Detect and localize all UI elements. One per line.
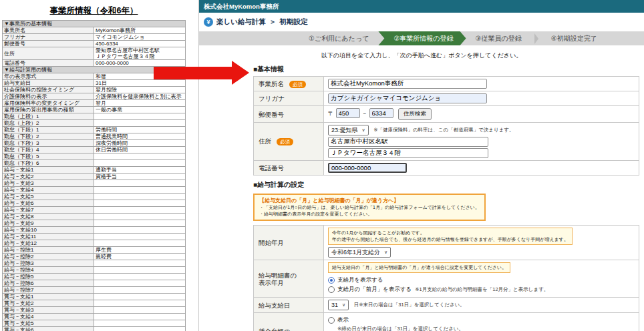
table-row: 賃金台帳の 賃金計算期間? 表示 ※締め日が末日の場合は「31日」を選択してくだ… <box>254 313 639 331</box>
form-content: ■基本情報 事業所名必須 フリガナ 郵便番号 〒 <box>253 65 639 331</box>
office-info-row-value <box>94 227 186 234</box>
table-row: 給与支給日 31∨ 日※末日の場合は「31日」を選択してください。 <box>254 298 639 313</box>
basic-info-table: 事業所名必須 フリガナ 郵便番号 〒 － 住所検索 <box>253 76 639 176</box>
table-row: 勤怠（上段）1 <box>3 113 186 120</box>
phone-input[interactable] <box>328 163 407 173</box>
breadcrumb-app-name[interactable]: 楽しい給与計算 <box>216 17 266 27</box>
table-row: 給与－控除2親睦費 <box>3 254 186 260</box>
step-4-complete[interactable]: ④初期設定完了 <box>542 31 607 45</box>
office-name-label-cell: 事業所名必須 <box>254 77 324 91</box>
table-row: フリガナマイコモンジムショ <box>3 34 186 41</box>
show-pay-month-radio[interactable] <box>328 277 335 284</box>
office-info-row-value: 450-6334 <box>94 41 186 47</box>
chevron-down-icon: ∨ <box>362 127 365 133</box>
office-info-row-label: 勤怠（上段）2 <box>3 120 94 127</box>
office-info-row-label: 給与－支給9 <box>3 220 94 227</box>
required-badge: 必須 <box>289 81 306 88</box>
office-info-panel: 事業所情報（令和6年） ▼事業所の基本情報事業所名MyKomon事務所フリガナマ… <box>0 0 198 331</box>
office-info-row-value <box>94 307 186 314</box>
page-title: 事業所情報（令和6年） <box>0 5 188 17</box>
office-info-row-label: 雇用保険料率の変更タイミング <box>3 100 94 107</box>
office-info-row-label: 勤怠（下段）2 <box>3 133 94 140</box>
office-info-row-value <box>94 200 186 207</box>
warning-line: ・給与明細書の表示年月の設定を変更してください。 <box>259 211 480 218</box>
ledger-show-label: 表示 <box>337 316 349 324</box>
address-line1-input[interactable] <box>328 137 488 147</box>
office-info-row-label: 住所 <box>3 47 94 60</box>
slip-month-label-line2: 表示年月 <box>259 279 321 286</box>
office-info-row-value <box>94 160 186 167</box>
office-info-row-value: 一般の事業 <box>94 107 186 113</box>
table-row: 給与－支給11 <box>3 234 186 240</box>
show-prev-month-radio[interactable] <box>328 286 335 293</box>
furigana-input[interactable] <box>328 93 487 103</box>
office-info-row-label: 給与－支給11 <box>3 234 94 240</box>
office-info-row-label: 給与－支給4 <box>3 187 94 194</box>
table-row: フリガナ <box>254 91 639 106</box>
office-info-row-value <box>94 280 186 287</box>
table-row: 給与－支給9 <box>3 220 186 227</box>
note-line: 年の途中から開始した場合でも、後から経過月の給与情報を登録できますが、手順が多く… <box>332 236 569 243</box>
office-info-row-label: 給与支給日 <box>3 80 94 87</box>
prefecture-select[interactable]: 23:愛知県∨ <box>328 125 369 135</box>
table-row: 給与支給日31日 <box>3 80 186 87</box>
prev-month-note: ※1月支給の給与の給与明細書を「12月分」と表示します。 <box>415 286 548 293</box>
table-row: 社会保険料の控除タイミング翌月控除 <box>3 87 186 93</box>
office-info-row-value: 厚生費 <box>94 247 186 254</box>
breadcrumb-separator: ＞ <box>269 17 277 27</box>
office-info-row-label: 介護保険料の表示 <box>3 93 94 100</box>
office-info-row-value <box>94 294 186 300</box>
table-row: 事業所名必須 <box>254 77 639 91</box>
office-info-row-label: 給与－控除1 <box>3 247 94 254</box>
start-month-select[interactable]: 令和6年1月支給分∨ <box>328 247 391 258</box>
red-arrow <box>154 67 232 79</box>
table-row: 賞与－支給1 <box>3 294 186 300</box>
table-row: 賞与－支給3 <box>3 307 186 314</box>
address-search-button[interactable]: 住所検索 <box>398 108 432 120</box>
wage-ledger-label-line1: 賃金台帳の <box>259 328 321 331</box>
office-info-row-label: 給与－支給8 <box>3 214 94 220</box>
office-info-section-header: ▼事業所の基本情報 <box>3 21 186 27</box>
office-info-row-label: 給与－支給2 <box>3 174 94 180</box>
office-info-row-value: 31日 <box>94 80 186 87</box>
office-info-row-value <box>94 120 186 127</box>
show-pay-month-label: 支給月を表示する <box>337 276 383 284</box>
office-info-row-value: 通勤手当 <box>94 167 186 174</box>
table-row: 住所愛知県名古屋市中村区名駅 ＪＰタワー名古屋３４階 <box>3 47 186 60</box>
office-info-row-label: 給与－支給6 <box>3 200 94 207</box>
table-row: 賞与－支給5 <box>3 320 186 327</box>
office-info-row-value <box>94 287 186 294</box>
postal-mark: 〒 <box>328 110 334 117</box>
required-badge: 必須 <box>277 138 293 145</box>
slip-month-label-line1: 給与明細書の <box>259 272 321 279</box>
table-row: 給与－支給4 <box>3 187 186 194</box>
address-line2-input[interactable] <box>328 148 488 158</box>
ledger-show-radio[interactable] <box>328 317 335 324</box>
office-info-row-value <box>94 220 186 227</box>
postal-hyphen: － <box>361 110 367 117</box>
office-name-input[interactable] <box>328 79 487 89</box>
office-info-row-label: 給与－控除3 <box>3 260 94 267</box>
payday-select[interactable]: 31∨ <box>328 300 349 310</box>
step-2-office-info[interactable]: ②事業所情報の登録 <box>378 31 466 45</box>
step-3-employees[interactable]: ③従業員の登録 <box>466 31 531 45</box>
start-month-label: 開始年月 <box>254 226 324 260</box>
office-info-row-value <box>94 180 186 187</box>
warning-title: 【給与支給日の「月」と給与明細書の「月」が違う方へ】 <box>259 197 480 204</box>
postal-part1-input[interactable] <box>336 108 360 118</box>
office-info-row-label: 給与－控除7 <box>3 287 94 294</box>
step-1-before-use[interactable]: ①ご利用にあたって <box>299 31 378 45</box>
address-label: 住所 <box>259 137 271 145</box>
office-info-row-label: 賞与－支給5 <box>3 320 94 327</box>
table-row: 住所必須 23:愛知県∨ ※「健康保険料」の料率は、この「都道府県」で決まります… <box>254 123 639 161</box>
office-info-row-value <box>94 267 186 274</box>
start-month-note-box: 今年の1月から開始することがお勧めです。 年の途中から開始した場合でも、後から経… <box>328 228 573 245</box>
office-info-row-label: 給与－支給7 <box>3 207 94 214</box>
postal-part2-input[interactable] <box>369 108 393 118</box>
office-info-row-value <box>94 314 186 320</box>
payroll-settings-heading: ■給与計算の設定 <box>253 180 639 190</box>
office-info-row-label: 事業所名 <box>3 27 94 34</box>
office-info-row-value <box>94 327 186 331</box>
table-row: 給与－控除4 <box>3 267 186 274</box>
office-info-row-label: 勤怠（上段）1 <box>3 113 94 120</box>
